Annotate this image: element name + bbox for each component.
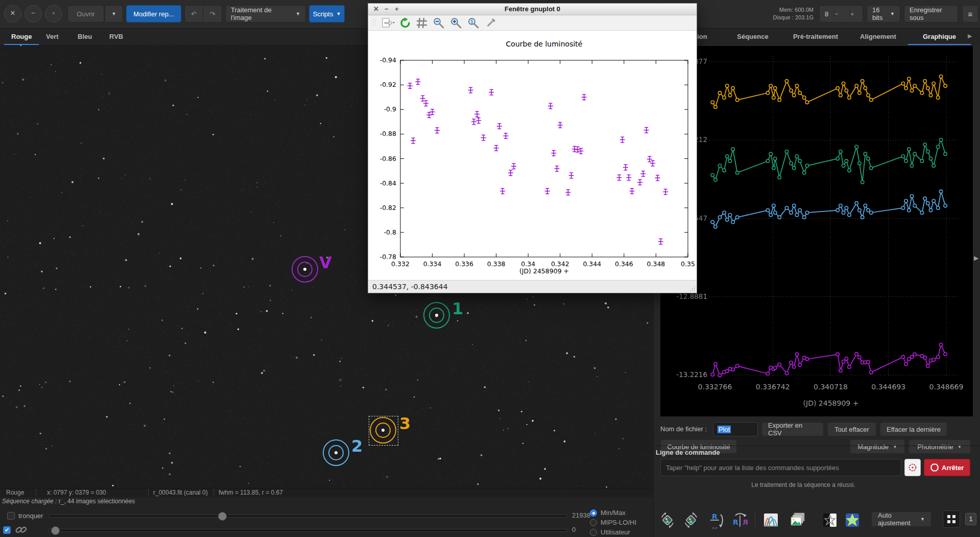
chevron-down-icon: ▼	[958, 445, 962, 449]
radio-minmax-label: Min/Max	[601, 509, 626, 517]
clear-last-button[interactable]: Effacer la dernière	[880, 422, 947, 436]
resize-grip-icon[interactable]	[689, 286, 696, 292]
svg-text:-0.84: -0.84	[380, 179, 396, 187]
file-readout: r_00043.fit (canal 0)	[153, 489, 208, 496]
gnuplot-plot-area[interactable]: Courbe de luminosité0.3320.3340.3360.338…	[369, 31, 696, 278]
zoom-in-button[interactable]	[450, 17, 462, 29]
scripts-menu-button[interactable]: Scripts▼	[309, 5, 345, 22]
minimize-icon[interactable]: −	[25, 5, 42, 22]
redo-button[interactable]: ↷	[203, 5, 222, 22]
dice-icon	[908, 463, 917, 472]
tab-overflow-arrow-icon[interactable]: ▶	[968, 33, 972, 39]
photometry-plot[interactable]: -11.8877-12.2212-12.5547-12.8881-13.2216…	[660, 46, 973, 416]
open-button[interactable]: Ouvrir	[67, 5, 104, 22]
grip-handle[interactable]	[372, 18, 376, 28]
svg-text:-12.8881: -12.8881	[676, 292, 707, 300]
tab-rvb[interactable]: RVB	[102, 29, 130, 44]
star-dot	[334, 451, 338, 454]
export-csv-button[interactable]: Exporter en CSV	[761, 422, 824, 436]
fwhm-readout: fwhm = 113.85, r = 0.67	[219, 489, 283, 496]
save-as-button[interactable]: Enregistrer sous	[904, 5, 958, 22]
y-axis-dropdown[interactable]: Magnitude▼	[850, 439, 905, 454]
rotate-right-icon	[682, 511, 700, 529]
zoom-previous-button[interactable]: 1	[467, 17, 480, 29]
tab-sequence[interactable]: Séquence	[723, 29, 783, 44]
stop-button[interactable]: Arrêter	[924, 459, 970, 476]
annotation-label: 3	[399, 414, 411, 433]
command-input[interactable]: Taper "help" pour avoir la liste des com…	[660, 459, 901, 476]
filename-input[interactable]: Plot	[713, 422, 758, 436]
close-icon[interactable]: ✕	[4, 5, 21, 22]
truncate-checkbox[interactable]	[7, 512, 15, 520]
zoom-level-button[interactable]: 1	[965, 513, 976, 525]
close-icon[interactable]: ✕	[373, 4, 379, 15]
grid-toggle-button[interactable]	[416, 17, 427, 29]
svg-text:0.342: 0.342	[551, 260, 569, 268]
low-level-slider-handle[interactable]	[51, 526, 60, 535]
tab-alignement[interactable]: Alignement	[847, 29, 910, 44]
star-detection-bw-button[interactable]	[820, 510, 840, 530]
high-level-value[interactable]: 21938	[572, 511, 590, 519]
tab-bleu[interactable]: Bleu	[70, 29, 99, 44]
command-helper-button[interactable]	[904, 459, 921, 476]
maximize-icon[interactable]: +	[395, 4, 399, 15]
svg-text:0.344: 0.344	[583, 260, 601, 268]
bit-depth-dropdown[interactable]: 16 bits▼	[867, 5, 900, 22]
sequence-status-line: Séquence chargée : r_, 44 images sélecti…	[2, 498, 135, 505]
radio-mips[interactable]	[590, 519, 597, 526]
open-dropdown-button[interactable]: ▼	[105, 5, 123, 22]
radio-user[interactable]	[590, 529, 597, 536]
tab-pretraitement[interactable]: Pré-traitement	[780, 29, 851, 44]
minus-icon[interactable]: −	[834, 10, 847, 18]
restore-icon[interactable]: ▫	[45, 5, 62, 22]
star-dot	[303, 268, 306, 271]
channel-label: Rouge	[6, 489, 24, 496]
high-level-slider[interactable]	[49, 515, 568, 518]
panel-expander-arrow-icon[interactable]: ▶	[974, 254, 978, 262]
zoom-out-button[interactable]	[433, 17, 445, 29]
tab-rouge[interactable]: Rouge	[4, 29, 39, 45]
flip-vertical-icon: R R	[708, 511, 725, 529]
svg-text:0.340718: 0.340718	[814, 383, 848, 391]
expand-grid-icon	[947, 515, 956, 524]
export-icon	[381, 17, 395, 29]
star-detection-color-button[interactable]	[843, 510, 862, 530]
tab-graphique[interactable]: Graphique	[908, 29, 971, 45]
fit-to-window-button[interactable]	[943, 510, 960, 528]
svg-text:0.34: 0.34	[521, 260, 535, 268]
radio-minmax[interactable]	[590, 509, 597, 517]
sequence-frames-button[interactable]	[787, 510, 807, 530]
histogram-button[interactable]	[761, 510, 780, 530]
modify-rep-button[interactable]: Modifier rep...	[126, 5, 181, 22]
undo-button[interactable]: ↶	[184, 5, 203, 22]
clear-all-button[interactable]: Tout effacer	[827, 422, 876, 436]
star-dot	[435, 314, 438, 317]
export-plot-button[interactable]	[381, 17, 395, 29]
svg-text:R: R	[712, 526, 718, 529]
gnuplot-window[interactable]: ✕ − + Fenêtre gnuplot 0	[368, 3, 697, 293]
plot-settings-button[interactable]	[485, 17, 497, 29]
image-processing-menu-button[interactable]: Traitement de l'image▼	[225, 5, 306, 22]
minimize-icon[interactable]: −	[385, 4, 389, 15]
flip-vertical-button[interactable]: R R	[707, 510, 726, 530]
rotate-left-button[interactable]	[658, 510, 677, 530]
mode-dropdown[interactable]: Photométrie▼	[909, 439, 971, 454]
low-level-value[interactable]: 0	[572, 526, 576, 533]
radio-mips-label: MIPS-LO/HI	[601, 519, 636, 526]
tab-vert[interactable]: Vert	[39, 29, 66, 44]
rotate-right-button[interactable]	[681, 510, 701, 530]
auto-adjust-dropdown[interactable]: Auto ajustement▼	[871, 511, 931, 527]
replot-button[interactable]	[400, 17, 411, 29]
hamburger-menu-button[interactable]: ≡	[962, 5, 978, 22]
low-level-slider[interactable]	[49, 529, 568, 532]
gnuplot-titlebar[interactable]: ✕ − + Fenêtre gnuplot 0	[368, 4, 697, 15]
flip-horizontal-button[interactable]: R R	[730, 510, 750, 530]
chain-link-icon[interactable]	[14, 523, 28, 537]
svg-text:0.348669: 0.348669	[929, 383, 964, 391]
link-channels-checkbox[interactable]: ✔	[3, 526, 11, 534]
chevron-down-icon: ▼	[336, 12, 341, 16]
scale-spinbutton[interactable]: 8 − +	[819, 5, 863, 22]
high-level-slider-handle[interactable]	[218, 512, 227, 521]
plus-icon[interactable]: +	[850, 10, 863, 18]
hamburger-icon: ≡	[968, 10, 973, 18]
